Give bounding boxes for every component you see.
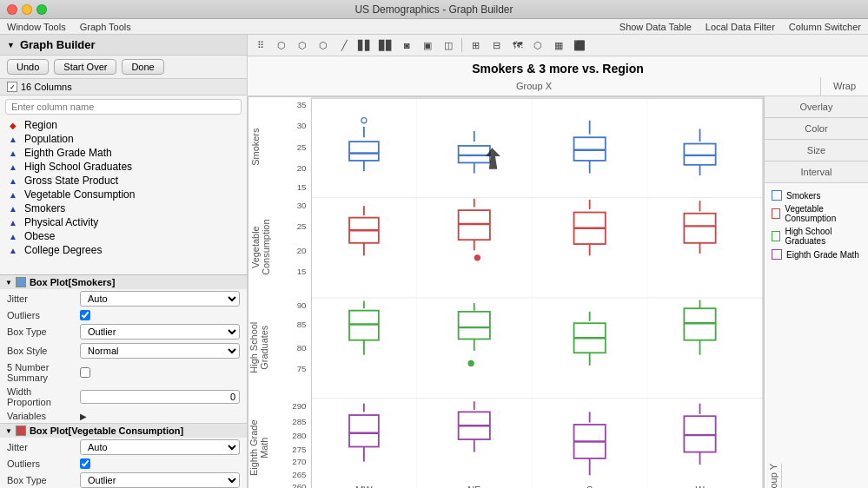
width-input[interactable]	[80, 390, 240, 404]
toolbar-icon9[interactable]: ▣	[418, 36, 437, 54]
column-item-physical[interactable]: ▲ Physical Activity	[0, 215, 247, 229]
columns-header: ✓ 16 Columns	[0, 79, 247, 96]
collapse-section2-icon: ▼	[5, 427, 12, 435]
menu-column-switcher[interactable]: Column Switcher	[789, 22, 861, 32]
prop-section-smokers-header[interactable]: ▼ Box Plot[Smokers]	[0, 275, 247, 289]
column-item-obese[interactable]: ▲ Obese	[0, 229, 247, 243]
continuous-icon: ▲	[7, 202, 19, 214]
svg-text:Eighth Grade: Eighth Grade	[248, 420, 259, 476]
close-button[interactable]	[7, 4, 17, 15]
group-x-label: Group X	[248, 77, 820, 96]
outliers2-label: Outliers	[7, 458, 76, 469]
toolbar-icon14[interactable]: ⬡	[528, 36, 547, 54]
svg-text:275: 275	[292, 445, 306, 454]
menu-graph-tools[interactable]: Graph Tools	[80, 22, 131, 32]
toolbar-icon3[interactable]: ⬡	[293, 36, 312, 54]
color-button[interactable]: Color	[765, 118, 868, 140]
title-bar: US Demographics - Graph Builder	[0, 0, 868, 19]
collapse-section-icon: ▼	[5, 279, 12, 287]
undo-button[interactable]: Undo	[7, 59, 49, 75]
svg-rect-52	[684, 214, 715, 243]
continuous-icon: ▲	[7, 175, 19, 187]
continuous-icon: ▲	[7, 244, 19, 256]
menu-show-data-table[interactable]: Show Data Table	[620, 22, 692, 32]
toolbar-icon11[interactable]: ⊞	[466, 36, 485, 54]
toolbar-scatter-icon[interactable]: ⠿	[251, 36, 270, 54]
continuous-icon: ▲	[7, 230, 19, 242]
column-item-gross-state[interactable]: ▲ Gross State Product	[0, 174, 247, 188]
toolbar-icon2[interactable]: ⬡	[272, 36, 291, 54]
size-button[interactable]: Size	[765, 140, 868, 162]
group-y-label: Group Y	[765, 464, 782, 488]
chart-toolbar: ⠿ ⬡ ⬡ ⬡ ╱ ▋▋ ▊▊ ◙ ▣ ◫ ⊞ ⊟ 🗺 ⬡ ▦ ⬛	[248, 35, 868, 56]
column-name-college: College Degrees	[24, 244, 102, 256]
svg-marker-31	[486, 148, 500, 168]
column-item-smokers[interactable]: ▲ Smokers	[0, 201, 247, 215]
column-name-eighth-grade: Eighth Grade Math	[24, 147, 112, 159]
start-over-button[interactable]: Start Over	[54, 59, 116, 75]
column-name-smokers: Smokers	[24, 202, 65, 214]
minimize-button[interactable]	[22, 4, 32, 15]
toolbar-line-icon[interactable]: ╱	[335, 36, 354, 54]
interval-button[interactable]: Interval	[765, 162, 868, 183]
maximize-button[interactable]	[36, 4, 47, 15]
toolbar-icon4[interactable]: ⬡	[314, 36, 333, 54]
prop-section-vegetable-header[interactable]: ▼ Box Plot[Vegetable Consumption]	[0, 424, 247, 438]
outliers-checkbox[interactable]	[80, 310, 90, 320]
menu-window-tools[interactable]: Window Tools	[7, 22, 66, 32]
overlay-panel: Overlay Color Size Interval Smokers	[764, 96, 868, 488]
svg-text:W: W	[695, 485, 705, 488]
chart-plot-area[interactable]: 35 30 25 20 15 Smokers	[248, 96, 764, 488]
column-item-region[interactable]: ◆ Region	[0, 118, 247, 132]
box-style-select[interactable]: Normal	[80, 343, 240, 359]
column-item-eighth-grade[interactable]: ▲ Eighth Grade Math	[0, 146, 247, 160]
toolbar-bar-icon[interactable]: ▋▋	[355, 36, 374, 54]
legend-box-vegetable	[772, 208, 780, 219]
toolbar-icon13[interactable]: 🗺	[507, 36, 527, 54]
done-button[interactable]: Done	[122, 59, 163, 75]
prop-section-vegetable-title: Box Plot[Vegetable Consumption]	[30, 425, 183, 436]
menu-local-data-filter[interactable]: Local Data Filter	[706, 22, 775, 32]
svg-text:30: 30	[297, 121, 307, 130]
column-item-college[interactable]: ▲ College Degrees	[0, 243, 247, 257]
legend-label-smokers: Smokers	[786, 191, 820, 201]
jitter-select[interactable]: Auto	[80, 291, 240, 307]
collapse-icon[interactable]: ▼	[7, 41, 15, 49]
overlay-button[interactable]: Overlay	[765, 96, 868, 118]
jitter2-select[interactable]: Auto	[80, 439, 240, 455]
column-item-vegetable[interactable]: ▲ Vegetable Consumption	[0, 188, 247, 201]
toolbar-icon12[interactable]: ⊟	[487, 36, 506, 54]
five-num-checkbox[interactable]	[80, 367, 90, 378]
box-type-select[interactable]: Outlier	[80, 324, 240, 340]
toolbar-icon7[interactable]: ▊▊	[376, 36, 395, 54]
wrap-label: Wrap	[820, 77, 868, 96]
svg-text:20: 20	[297, 246, 307, 255]
column-search-input[interactable]	[5, 99, 242, 115]
chart-main: Group X Wrap	[248, 77, 868, 488]
column-item-population[interactable]: ▲ Population	[0, 132, 247, 146]
columns-checkbox[interactable]: ✓	[7, 82, 17, 92]
outliers2-checkbox[interactable]	[80, 458, 90, 469]
window-controls[interactable]	[7, 4, 47, 15]
chart-body: 35 30 25 20 15 Smokers	[248, 96, 868, 488]
variables-arrow[interactable]: ▶	[80, 412, 87, 421]
jitter2-label: Jitter	[7, 442, 76, 452]
svg-text:15: 15	[297, 267, 307, 276]
svg-rect-66	[459, 312, 490, 340]
svg-text:High School: High School	[248, 322, 259, 373]
svg-text:20: 20	[297, 163, 307, 173]
prop-row-5num: 5 Number Summary	[0, 360, 247, 385]
svg-text:90: 90	[297, 300, 307, 310]
box-type2-select[interactable]: Outlier	[80, 472, 240, 488]
toolbar-icon15[interactable]: ▦	[549, 36, 568, 54]
svg-text:15: 15	[297, 182, 307, 192]
toolbar-icon10[interactable]: ◫	[439, 36, 458, 54]
column-name-gross-state: Gross State Product	[24, 175, 118, 187]
variables-label: Variables	[7, 411, 76, 421]
continuous-icon: ▲	[7, 188, 19, 201]
column-item-hs-graduates[interactable]: ▲ High School Graduates	[0, 160, 247, 174]
svg-text:85: 85	[297, 320, 307, 329]
toolbar-icon16[interactable]: ⬛	[570, 36, 589, 54]
toolbar-icon8[interactable]: ◙	[397, 36, 416, 54]
svg-text:25: 25	[297, 221, 307, 231]
